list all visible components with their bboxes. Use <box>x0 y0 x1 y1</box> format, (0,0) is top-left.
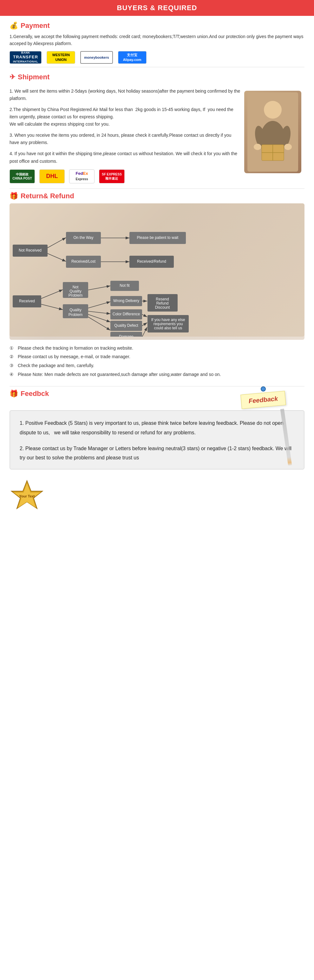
ship-para-2: 2.The shipment by China Post Registered … <box>10 106 241 128</box>
svg-text:Discount: Discount <box>155 305 170 310</box>
feedback-sticky-note: Feedback <box>240 391 286 409</box>
shipment-person-image <box>244 91 301 173</box>
ship-para-1: 1. We will sent the items within 2-5days… <box>10 88 241 102</box>
shipping-logos: 中国邮政CHINA POST DHL FedExExpress SF EXPRE… <box>10 169 241 183</box>
payment-icon: 💰 <box>10 22 18 30</box>
western-union-logo: WESTERNUNION <box>47 51 75 64</box>
ship-para-3: 3. When you receive the items you ordere… <box>10 132 241 146</box>
return-note-3: ③ Check the package and Item, carefully. <box>10 362 304 369</box>
wrong-delivery-label: Wrong Delivery <box>113 299 139 303</box>
color-diff-label: Color Difference <box>113 312 140 316</box>
payment-title: 💰 Payment <box>10 22 304 30</box>
chinapost-logo: 中国邮政CHINA POST <box>10 169 35 183</box>
return-section: 🎁 Return& Refund Not Received On the Way <box>0 189 314 387</box>
not-received-label: Not Received <box>19 248 41 253</box>
badge-text: Your Text <box>16 494 38 498</box>
flowchart-svg: Not Received On the Way Please be patien… <box>10 204 304 337</box>
feedback-section: 🎁 Feedbck Feedback 1. Positive Feedback … <box>0 387 314 476</box>
return-icon: 🎁 <box>10 192 18 200</box>
quality-defect-label: Quality Defect <box>114 323 138 328</box>
bottom-badge-area: Your Text <box>0 476 314 523</box>
return-note-1: ① Please check the tracking in formation… <box>10 345 304 352</box>
feedback-para-1: 1. Positive Feedback (5 Stars) is very i… <box>20 418 294 437</box>
feedback-header-row: 🎁 Feedbck Feedback <box>10 390 304 407</box>
star-badge-container: Your Text <box>10 479 44 514</box>
not-fit-label: Not fit <box>120 283 130 288</box>
resend-label-1: Resend <box>156 297 169 301</box>
sf-express-logo: SF EXPRESS顺丰速运 <box>99 169 125 183</box>
on-the-way-label: On the Way <box>74 235 94 240</box>
svg-text:could also tell us: could also tell us <box>154 326 182 330</box>
return-title: 🎁 Return& Refund <box>10 192 304 200</box>
svg-text:Problem: Problem <box>68 312 83 317</box>
svg-point-1 <box>264 101 282 119</box>
return-note-4: ④ Please Note: Men made defects are not … <box>10 371 304 378</box>
shipment-icon: ✈ <box>10 73 15 81</box>
shipment-text-col: 1. We will sent the items within 2-5days… <box>10 88 241 183</box>
shipment-image-col <box>241 88 304 183</box>
moneybookers-logo: moneybookers <box>80 51 113 64</box>
return-notes: ① Please check the tracking in formation… <box>10 345 304 378</box>
fedex-logo: FedExExpress <box>69 169 95 183</box>
shipment-title: ✈ Shipment <box>10 73 304 81</box>
svg-text:requirements you: requirements you <box>154 322 183 326</box>
shipment-section: ✈ Shipment <box>0 67 314 88</box>
feedback-title: 🎁 Feedbck <box>10 390 49 398</box>
payment-section: 💰 Payment 1.Generally, we accept the fol… <box>0 16 314 67</box>
return-note-2: ② Please contact us by meesage, e-mail, … <box>10 353 304 360</box>
feedback-card: 1. Positive Feedback (5 Stars) is very i… <box>10 410 304 469</box>
ship-para-4: 4. If you have not got it within the shi… <box>10 150 241 165</box>
please-patient-label: Please be patient to wait <box>137 235 179 240</box>
bank-transfer-logo: BANKTRANSFERINTERNATIONAL <box>10 51 41 64</box>
payment-logos: BANKTRANSFERINTERNATIONAL WESTERNUNION m… <box>10 51 304 64</box>
payment-text: 1.Generally, we accept the following pay… <box>10 33 304 47</box>
svg-text:Problem: Problem <box>68 293 83 298</box>
feedback-icon: 🎁 <box>10 390 18 398</box>
page-header: BUYERS & REQUIRED <box>0 0 314 16</box>
shipment-content: 1. We will sent the items within 2-5days… <box>0 88 314 183</box>
svg-text:Refund: Refund <box>156 301 169 305</box>
sticky-pin <box>261 387 266 391</box>
received-label: Received <box>19 299 35 303</box>
feedback-sticky-area: Feedback <box>241 387 285 407</box>
received-refund-label: Received/Refund <box>137 259 166 264</box>
feedback-para-2: 2. Please contact us by Trade Manager or… <box>20 444 294 463</box>
alipay-logo: 支付宝Alipay.com <box>118 51 146 64</box>
svg-text:Quality: Quality <box>70 289 81 293</box>
damage-label: Damage <box>119 334 133 337</box>
not-quality-label-1: Not <box>73 285 79 290</box>
quality-label-1: Quality <box>70 308 81 312</box>
svg-point-6 <box>284 144 292 150</box>
received-lost-label: Received/Lost <box>71 259 96 264</box>
else-label-1: If you have any else <box>151 318 185 322</box>
svg-point-5 <box>254 144 261 150</box>
person-svg <box>247 92 298 172</box>
flowchart-area: Not Received On the Way Please be patien… <box>10 204 304 340</box>
dhl-logo: DHL <box>39 169 65 183</box>
